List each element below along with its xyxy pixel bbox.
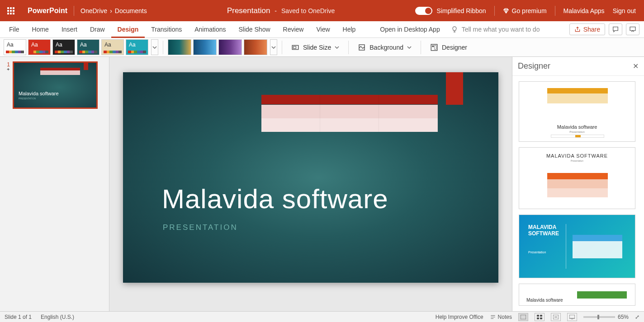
zoom-control[interactable]: 65% <box>583 314 629 320</box>
title-center: Presentation - Saved to OneDrive <box>147 6 415 15</box>
separator <box>555 6 555 16</box>
designer-suggestions[interactable]: Malavida software Presentation MALAVIDA … <box>512 76 644 311</box>
variants-more-dropdown[interactable] <box>270 39 277 55</box>
user-name[interactable]: Malavida Apps <box>564 7 605 14</box>
design-suggestion-1[interactable]: Malavida software Presentation <box>519 81 635 142</box>
design-ribbon: AaAaAaAaAaAa Slide Size Background Desig… <box>0 38 644 57</box>
comments-button[interactable] <box>609 23 622 35</box>
tab-review[interactable]: Review <box>277 21 310 38</box>
theme-aa-label: Aa <box>31 42 38 48</box>
zoom-slider[interactable] <box>583 316 615 318</box>
design-card-title: MALAVIDA SOFTWARE <box>519 153 635 159</box>
go-premium-button[interactable]: Go premium <box>503 7 547 14</box>
background-label: Background <box>369 44 403 51</box>
tab-draw[interactable]: Draw <box>84 21 111 38</box>
tab-design[interactable]: Design <box>111 21 145 38</box>
slide-counter[interactable]: Slide 1 of 1 <box>5 314 32 320</box>
status-bar: Slide 1 of 1 English (U.S.) Help Improve… <box>0 311 644 322</box>
ribbon-separator <box>282 41 282 54</box>
notes-icon <box>490 314 496 320</box>
diamond-icon <box>503 8 509 14</box>
slideshow-view-icon <box>569 315 575 319</box>
title-dash: - <box>275 7 277 14</box>
toggle-switch-icon[interactable] <box>415 7 432 15</box>
designer-panel-header: Designer ✕ <box>512 57 644 76</box>
slide-sorter-view-button[interactable] <box>535 313 545 321</box>
share-icon <box>574 26 581 33</box>
design-suggestion-2[interactable]: MALAVIDA SOFTWARE Presentation <box>519 147 635 209</box>
theme-swatch-2[interactable]: Aa <box>52 39 75 55</box>
theme-swatch-3[interactable]: Aa <box>77 39 99 55</box>
slide-size-button[interactable]: Slide Size <box>287 39 344 55</box>
simplified-ribbon-toggle[interactable]: Simplified Ribbon <box>415 7 486 15</box>
workspace: 1 ✦ Malavida software PRESENTATION Malav… <box>0 57 644 311</box>
slide-thumbnail-1[interactable]: Malavida software PRESENTATION <box>13 61 98 109</box>
thumb-title: Malavida software <box>19 91 92 96</box>
theme-swatch-0[interactable]: Aa <box>4 39 26 55</box>
slide-thumbnail-pane: 1 ✦ Malavida software PRESENTATION <box>0 57 109 311</box>
designer-panel: Designer ✕ Malavida software Presentatio… <box>512 57 644 311</box>
tab-insert[interactable]: Insert <box>55 21 84 38</box>
design-card-sub: Presentation <box>519 159 635 162</box>
reading-view-button[interactable] <box>551 313 561 321</box>
open-desktop-app-button[interactable]: Open in Desktop App <box>380 26 440 33</box>
variant-swatch-3[interactable] <box>244 39 267 55</box>
designer-button[interactable]: Designer <box>426 39 472 55</box>
tab-view[interactable]: View <box>310 21 336 38</box>
slide-accent-shape[interactable] <box>446 72 463 105</box>
separator <box>494 6 495 16</box>
tell-me-search[interactable]: Tell me what you want to do <box>451 26 540 33</box>
themes-more-dropdown[interactable] <box>151 39 158 55</box>
app-launcher-icon[interactable] <box>0 0 21 21</box>
tab-home[interactable]: Home <box>26 21 55 38</box>
chevron-down-icon <box>271 45 276 50</box>
theme-swatch-5[interactable]: Aa <box>126 39 148 55</box>
fit-to-window-button[interactable]: ⤢ <box>635 314 639 320</box>
variant-swatch-2[interactable] <box>218 39 242 55</box>
tab-transitions[interactable]: Transitions <box>145 21 188 38</box>
breadcrumb-root[interactable]: OneDrive <box>80 7 107 14</box>
normal-view-icon <box>521 315 526 319</box>
svg-rect-5 <box>521 315 526 319</box>
sign-out-link[interactable]: Sign out <box>613 7 636 14</box>
tab-file[interactable]: File <box>3 21 26 38</box>
normal-view-button[interactable] <box>518 313 528 321</box>
share-button[interactable]: Share <box>569 23 605 35</box>
theme-swatch-1[interactable]: Aa <box>28 39 51 55</box>
tab-animations[interactable]: Animations <box>188 21 232 38</box>
slide-canvas-area[interactable]: Malavida software PRESENTATION <box>109 57 512 311</box>
slideshow-view-button[interactable] <box>567 313 577 321</box>
ribbon-separator <box>421 41 421 54</box>
background-button[interactable]: Background <box>353 39 416 55</box>
design-suggestion-4[interactable]: Malavida software <box>519 284 635 306</box>
design-card-sub: Presentation <box>519 131 635 133</box>
tab-help[interactable]: Help <box>336 21 362 38</box>
simplified-ribbon-label: Simplified Ribbon <box>437 7 486 14</box>
svg-rect-11 <box>569 315 575 318</box>
language-indicator[interactable]: English (U.S.) <box>41 314 74 320</box>
svg-rect-3 <box>432 45 434 47</box>
background-icon <box>358 43 366 51</box>
variant-swatch-1[interactable] <box>193 39 217 55</box>
variant-swatch-0[interactable] <box>168 39 191 55</box>
slide-table[interactable] <box>261 95 438 132</box>
slide-size-icon <box>291 43 299 51</box>
close-icon[interactable]: ✕ <box>633 62 639 70</box>
svg-rect-6 <box>537 315 539 317</box>
slide-title[interactable]: Malavida software <box>162 183 388 215</box>
designer-label: Designer <box>442 44 467 51</box>
notes-toggle[interactable]: Notes <box>490 314 512 320</box>
tab-slideshow[interactable]: Slide Show <box>232 21 277 38</box>
slide-1[interactable]: Malavida software PRESENTATION <box>123 72 498 283</box>
app-name: PowerPoint <box>21 7 74 15</box>
help-improve-link[interactable]: Help Improve Office <box>436 314 483 320</box>
document-title[interactable]: Presentation <box>227 6 270 15</box>
lightbulb-icon <box>451 26 458 33</box>
chevron-down-icon <box>407 45 412 50</box>
slide-subtitle[interactable]: PRESENTATION <box>163 223 238 232</box>
present-button[interactable] <box>626 23 639 35</box>
design-suggestion-3[interactable]: MALAVIDA SOFTWARE Presentation <box>519 215 635 278</box>
theme-swatch-4[interactable]: Aa <box>101 39 124 55</box>
breadcrumb-current[interactable]: Documents <box>115 7 147 14</box>
design-card-sub: Presentation <box>528 251 561 254</box>
